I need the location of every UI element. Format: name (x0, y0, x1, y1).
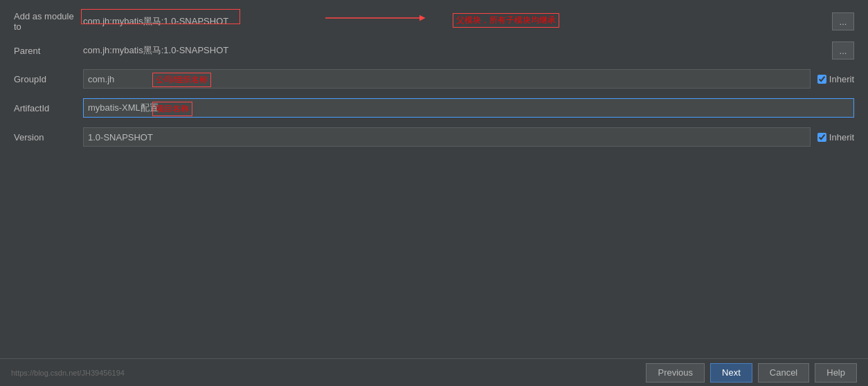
help-button[interactable]: Help (815, 363, 857, 383)
parent-row: Parent com.jh:mybatis黑马:1.0-SNAPSHOT ... (14, 42, 854, 59)
version-inherit-checkbox[interactable] (817, 133, 826, 142)
artifact-id-row: ArtifactId 项目名称 (14, 98, 854, 118)
cancel-button[interactable]: Cancel (758, 363, 809, 383)
form-area: Add as module to com.jh:mybatis黑马:1.0-SN… (0, 0, 868, 358)
previous-button[interactable]: Previous (646, 363, 705, 383)
add-as-module-dots-button[interactable]: ... (832, 12, 854, 30)
version-inherit[interactable]: Inherit (817, 132, 854, 143)
add-as-module-row: Add as module to com.jh:mybatis黑马:1.0-SN… (14, 11, 854, 32)
group-id-row: GroupId Inherit 公司/组织名称 (14, 69, 854, 89)
next-button[interactable]: Next (710, 363, 752, 383)
group-id-inherit-label: Inherit (829, 74, 854, 84)
add-as-module-label: Add as module to (14, 11, 76, 32)
add-as-module-value: com.jh:mybatis黑马:1.0-SNAPSHOT (83, 15, 228, 28)
group-id-input[interactable] (83, 69, 811, 89)
parent-dots-button[interactable]: ... (832, 42, 854, 59)
bottom-bar: https://blog.csdn.net/JH39456194 Previou… (0, 358, 868, 386)
version-row: Version Inherit (14, 127, 854, 147)
group-id-inherit-checkbox[interactable] (817, 75, 826, 84)
artifact-id-input[interactable] (83, 98, 854, 118)
parent-value: com.jh:mybatis黑马:1.0-SNAPSHOT (83, 44, 228, 57)
artifact-id-label: ArtifactId (14, 103, 76, 113)
version-label: Version (14, 132, 76, 143)
watermark: https://blog.csdn.net/JH39456194 (11, 369, 125, 377)
dialog: Add as module to com.jh:mybatis黑马:1.0-SN… (0, 0, 868, 386)
version-input[interactable] (83, 127, 811, 147)
group-id-inherit[interactable]: Inherit (817, 74, 854, 84)
parent-label: Parent (14, 46, 76, 56)
group-id-label: GroupId (14, 74, 76, 84)
version-inherit-label: Inherit (829, 132, 854, 143)
